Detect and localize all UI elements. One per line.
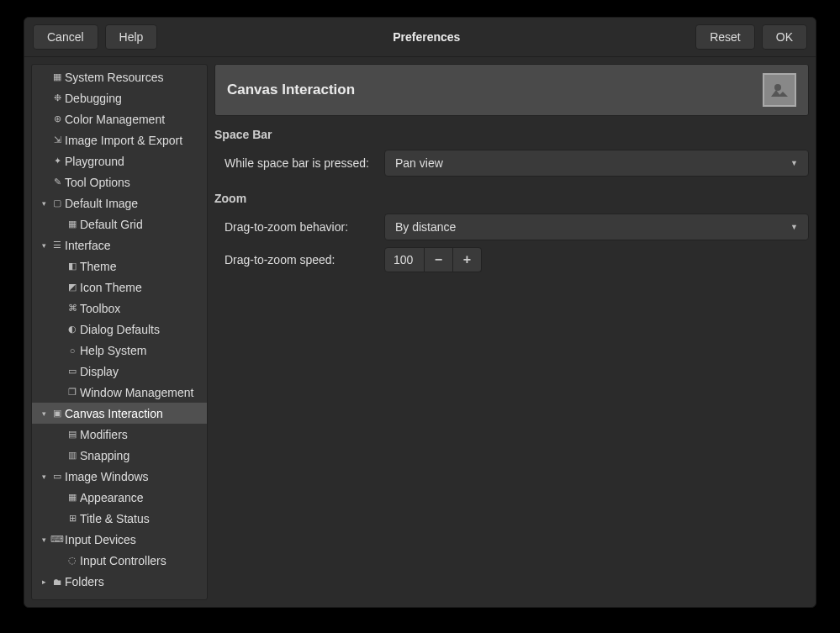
section-space-bar: Space Bar — [214, 128, 809, 141]
tree-item-label: Dialog Defaults — [80, 323, 160, 336]
decrement-button[interactable]: − — [425, 247, 453, 272]
window-icon: ❐ — [66, 386, 79, 399]
tree-item[interactable]: ❉Debugging — [32, 87, 207, 108]
dialog-icon: ◐ — [66, 323, 79, 336]
grid-icon: ▦ — [66, 218, 79, 231]
tree-item[interactable]: ◐Dialog Defaults — [32, 319, 207, 340]
space-bar-dropdown[interactable]: Pan view ▼ — [384, 150, 809, 177]
ok-button[interactable]: OK — [762, 24, 807, 50]
space-bar-value: Pan view — [395, 156, 443, 170]
modifiers-icon: ▤ — [66, 428, 79, 441]
tree-item[interactable]: ◧Theme — [32, 256, 207, 277]
tree-item[interactable]: ⊞Title & Status — [32, 508, 207, 529]
canvas-icon: ▣ — [50, 407, 64, 420]
theme-icon: ◧ — [66, 260, 79, 273]
tree-item-label: Display — [80, 365, 119, 378]
tree-item-label: Window Management — [80, 386, 193, 399]
tree-item-label: Snapping — [80, 449, 129, 462]
drag-zoom-speed-value[interactable]: 100 — [384, 247, 425, 272]
tree-item-label: Image Import & Export — [65, 134, 182, 147]
drag-zoom-behavior-label: Drag-to-zoom behavior: — [225, 220, 376, 234]
svg-point-0 — [774, 84, 781, 91]
drag-zoom-behavior-dropdown[interactable]: By distance ▼ — [384, 214, 809, 240]
reset-button[interactable]: Reset — [695, 24, 755, 50]
interface-icon: ☰ — [50, 239, 64, 252]
tree-item-label: Title & Status — [80, 512, 150, 525]
tree-item[interactable]: ▾▣Canvas Interaction — [32, 403, 207, 424]
tree-item-label: Icon Theme — [80, 281, 142, 294]
tree-item[interactable]: ▾☰Interface — [32, 235, 207, 256]
imagewin-icon: ▭ — [50, 470, 64, 483]
expander-expanded-icon[interactable]: ▾ — [39, 198, 49, 208]
tree-item[interactable]: ▸🖿Folders — [32, 571, 207, 592]
image-icon: ▢ — [50, 197, 64, 210]
title-icon: ⊞ — [66, 512, 79, 525]
tree-item-label: Modifiers — [80, 428, 128, 441]
content-title: Canvas Interaction — [227, 82, 753, 98]
tree-item-label: Default Image — [65, 197, 138, 210]
tree-item[interactable]: ▭Display — [32, 361, 207, 382]
row-drag-zoom-behavior: Drag-to-zoom behavior: By distance ▼ — [225, 214, 809, 240]
tree-item-label: Color Management — [65, 113, 165, 126]
section-zoom: Zoom — [214, 192, 809, 205]
dialog-title: Preferences — [164, 30, 689, 44]
row-drag-zoom-speed: Drag-to-zoom speed: 100 − + — [225, 247, 809, 272]
inputdev-icon: ⌨ — [50, 533, 64, 546]
tree-item-label: Interface — [65, 239, 110, 252]
tree-item-label: Debugging — [65, 92, 122, 105]
dialog-header: Cancel Help Preferences Reset OK — [24, 18, 816, 57]
appearance-icon: ▦ — [66, 491, 79, 504]
tree-item[interactable]: ⇲Image Import & Export — [32, 129, 207, 150]
tree-item[interactable]: ⊛Color Management — [32, 108, 207, 129]
snapping-icon: ▥ — [66, 449, 79, 462]
tree-item-label: Folders — [65, 575, 104, 588]
tree-item[interactable]: ✦Playground — [32, 150, 207, 171]
tree-item-label: Theme — [80, 260, 117, 273]
tree-item[interactable]: ◩Icon Theme — [32, 277, 207, 298]
plug-icon: ✦ — [50, 155, 64, 168]
tree-item-label: Image Windows — [65, 470, 149, 483]
help-button[interactable]: Help — [105, 24, 158, 50]
tree-item[interactable]: ▦Default Grid — [32, 214, 207, 235]
drag-zoom-speed-spinner: 100 − + — [384, 247, 482, 272]
help-icon: ○ — [66, 344, 79, 357]
import-icon: ⇲ — [50, 134, 64, 147]
chip-icon: ▦ — [50, 71, 64, 84]
tree-item-label: Toolbox — [80, 302, 120, 315]
tree-item[interactable]: ✎Tool Options — [32, 171, 207, 193]
color-icon: ⊛ — [50, 113, 64, 126]
tree-item[interactable]: ❐Window Management — [32, 382, 207, 403]
tree-item[interactable]: ▥Snapping — [32, 445, 207, 466]
tree-item[interactable]: ⌘Toolbox — [32, 298, 207, 319]
tree-item[interactable]: ◌Input Controllers — [32, 550, 207, 571]
tree-item-label: Playground — [65, 155, 124, 168]
tree-item[interactable]: ▤Modifiers — [32, 424, 207, 445]
preferences-tree[interactable]: ▦System Resources❉Debugging⊛Color Manage… — [31, 64, 208, 600]
tree-item[interactable]: ▦Appearance — [32, 487, 207, 508]
chevron-down-icon: ▼ — [790, 223, 798, 231]
expander-collapsed-icon[interactable]: ▸ — [39, 577, 49, 587]
canvas-interaction-icon — [763, 73, 796, 107]
folder-icon: 🖿 — [50, 575, 64, 588]
drag-zoom-behavior-value: By distance — [395, 220, 456, 234]
expander-expanded-icon[interactable]: ▾ — [39, 240, 49, 251]
row-space-bar-action: While space bar is pressed: Pan view ▼ — [225, 150, 809, 177]
expander-expanded-icon[interactable]: ▾ — [39, 472, 49, 482]
expander-expanded-icon[interactable]: ▾ — [39, 535, 49, 545]
tree-item[interactable]: ▾▭Image Windows — [32, 466, 207, 487]
tree-item-label: Appearance — [80, 491, 144, 504]
increment-button[interactable]: + — [453, 247, 482, 272]
tree-item[interactable]: ○Help System — [32, 340, 207, 361]
tree-item[interactable]: ▾⌨Input Devices — [32, 529, 207, 550]
preferences-dialog: Cancel Help Preferences Reset OK ▦System… — [24, 17, 816, 608]
display-icon: ▭ — [66, 365, 79, 378]
bug-icon: ❉ — [50, 92, 64, 105]
dialog-body: ▦System Resources❉Debugging⊛Color Manage… — [24, 57, 816, 607]
space-bar-label: While space bar is pressed: — [225, 156, 376, 170]
tree-item-label: Input Devices — [65, 533, 136, 546]
expander-expanded-icon[interactable]: ▾ — [39, 409, 49, 419]
tree-item[interactable]: ▦System Resources — [32, 66, 207, 87]
tree-item[interactable]: ▾▢Default Image — [32, 193, 207, 214]
cancel-button[interactable]: Cancel — [33, 24, 98, 50]
tree-item-label: System Resources — [65, 71, 163, 84]
